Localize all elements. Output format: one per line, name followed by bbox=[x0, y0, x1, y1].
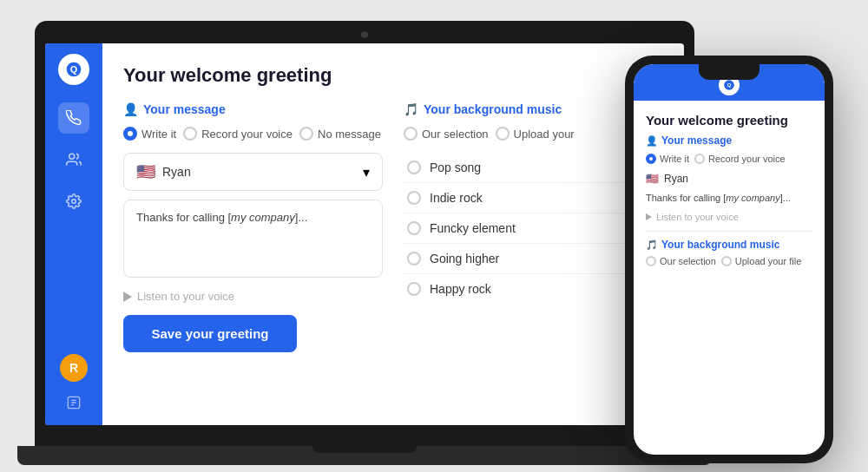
music-section-icon: 🎵 bbox=[404, 102, 418, 116]
phone-music-our-selection[interactable]: Our selection bbox=[646, 256, 716, 266]
phone-play-icon bbox=[646, 213, 652, 220]
message-section-title: Your message bbox=[143, 102, 226, 116]
radio-record-circle bbox=[183, 127, 197, 141]
phone: Q Your welcome greeting 👤 Your message W… bbox=[625, 56, 833, 463]
user-avatar[interactable]: R bbox=[60, 354, 88, 382]
phone-radio-record-label: Record your voice bbox=[708, 154, 786, 164]
phone-divider bbox=[646, 231, 812, 232]
listen-button[interactable]: Listen to your voice bbox=[123, 286, 383, 306]
phone-message-text: Thanks for calling [my company]... bbox=[646, 192, 812, 205]
radio-no-message-label: No message bbox=[318, 128, 381, 141]
sidebar-logo[interactable]: Q bbox=[58, 54, 89, 85]
voice-name: Ryan bbox=[162, 165, 191, 179]
music-radio-happy bbox=[407, 282, 421, 296]
phone-msg-prefix: Thanks for calling [ bbox=[646, 193, 726, 203]
radio-record-label: Record your voice bbox=[201, 128, 293, 141]
phone-icon bbox=[66, 110, 82, 126]
phone-voice-name: Ryan bbox=[664, 173, 688, 185]
company-placeholder: my company bbox=[231, 211, 295, 224]
phone-music-selection-label: Our selection bbox=[660, 256, 716, 266]
phone-music-upload-circle bbox=[721, 256, 732, 266]
phone-message-icon: 👤 bbox=[646, 135, 658, 147]
message-radio-group: Write it Record your voice No message bbox=[123, 127, 383, 141]
play-icon bbox=[123, 292, 132, 302]
phone-radio-record-circle bbox=[694, 154, 705, 164]
message-text-box[interactable]: Thanks for calling [my company]... bbox=[123, 200, 383, 278]
phone-message-label: Your message bbox=[661, 134, 732, 147]
phone-radio-write-label: Write it bbox=[660, 154, 689, 164]
svg-text:Q: Q bbox=[727, 82, 732, 88]
sidebar: Q bbox=[45, 43, 102, 425]
phone-listen[interactable]: Listen to your voice bbox=[646, 212, 812, 222]
phone-voice-row: 🇺🇸 Ryan bbox=[646, 173, 812, 185]
music-label-happy: Happy rock bbox=[430, 282, 491, 296]
svg-point-3 bbox=[72, 200, 76, 204]
phone-music-label: Your background music bbox=[661, 239, 779, 251]
svg-text:Q: Q bbox=[70, 64, 77, 75]
phone-title: Your welcome greeting bbox=[646, 113, 812, 128]
sidebar-item-users[interactable] bbox=[58, 144, 89, 175]
music-label-pop: Pop song bbox=[430, 161, 481, 174]
music-radio-pop bbox=[407, 161, 421, 174]
phone-radio-group: Write it Record your voice bbox=[646, 154, 812, 164]
music-label-funcky: Funcky element bbox=[430, 221, 516, 235]
radio-our-selection-label: Our selection bbox=[422, 128, 489, 141]
message-prefix: Thanks for calling [ bbox=[136, 211, 231, 224]
help-icon bbox=[67, 396, 81, 410]
radio-write-it-label: Write it bbox=[141, 128, 176, 141]
phone-listen-label: Listen to your voice bbox=[656, 212, 739, 222]
phone-radio-record[interactable]: Record your voice bbox=[694, 154, 786, 164]
page-title: Your welcome greeting bbox=[123, 64, 663, 87]
phone-flag: 🇺🇸 bbox=[646, 173, 659, 185]
phone-content: Your welcome greeting 👤 Your message Wri… bbox=[634, 101, 825, 455]
phone-notch bbox=[699, 64, 760, 80]
radio-no-message-circle bbox=[299, 127, 313, 141]
phone-music-header: 🎵 Your background music bbox=[646, 239, 812, 251]
phone-music-options: Our selection Upload your file bbox=[646, 256, 812, 266]
voice-flag: 🇺🇸 bbox=[136, 162, 155, 181]
your-message-section: 👤 Your message Write it Reco bbox=[123, 102, 383, 352]
radio-no-message[interactable]: No message bbox=[299, 127, 381, 141]
laptop-base bbox=[17, 446, 712, 465]
phone-music-upload-label: Upload your file bbox=[735, 256, 801, 266]
music-radio-funcky bbox=[407, 221, 421, 235]
radio-our-selection[interactable]: Our selection bbox=[404, 127, 489, 141]
music-label-indie: Indie rock bbox=[430, 191, 483, 205]
phone-music-icon: 🎵 bbox=[646, 239, 658, 251]
sidebar-help-icon[interactable] bbox=[62, 390, 86, 415]
music-section-title: Your background music bbox=[424, 102, 562, 116]
phone-music-upload[interactable]: Upload your file bbox=[721, 256, 801, 266]
radio-upload[interactable]: Upload your bbox=[496, 127, 575, 141]
radio-our-selection-circle bbox=[404, 127, 418, 141]
settings-icon bbox=[66, 193, 82, 209]
svg-point-2 bbox=[69, 154, 75, 159]
phone-q-icon: Q bbox=[723, 79, 735, 91]
radio-record-voice[interactable]: Record your voice bbox=[183, 127, 293, 141]
voice-selector[interactable]: 🇺🇸 Ryan ▾ bbox=[123, 153, 383, 191]
laptop: Q bbox=[35, 21, 694, 463]
phone-radio-write-circle bbox=[646, 154, 656, 164]
users-icon bbox=[66, 152, 82, 167]
radio-write-it[interactable]: Write it bbox=[123, 127, 176, 141]
phone-company: my company bbox=[726, 193, 779, 203]
sidebar-item-phone[interactable] bbox=[58, 102, 89, 134]
phone-radio-write[interactable]: Write it bbox=[646, 154, 689, 164]
sidebar-item-settings[interactable] bbox=[58, 186, 89, 217]
music-label-going: Going higher bbox=[430, 252, 499, 266]
laptop-camera bbox=[361, 31, 368, 38]
laptop-notch bbox=[312, 446, 417, 453]
laptop-screen: Q bbox=[45, 43, 684, 425]
music-radio-indie bbox=[407, 191, 421, 205]
phone-music-selection-circle bbox=[646, 256, 656, 266]
radio-write-it-circle bbox=[123, 127, 137, 141]
radio-upload-circle bbox=[496, 127, 510, 141]
phone-msg-suffix: ]... bbox=[780, 193, 791, 203]
message-suffix: ]... bbox=[295, 211, 307, 224]
phone-header: Q bbox=[634, 64, 825, 101]
save-greeting-button[interactable]: Save your greeting bbox=[123, 315, 297, 352]
chevron-down-icon: ▾ bbox=[363, 164, 370, 180]
music-radio-going bbox=[407, 252, 421, 266]
message-section-icon: 👤 bbox=[123, 102, 138, 116]
q-logo-icon: Q bbox=[65, 61, 82, 78]
main-content: Your welcome greeting 👤 Your message bbox=[102, 43, 684, 425]
